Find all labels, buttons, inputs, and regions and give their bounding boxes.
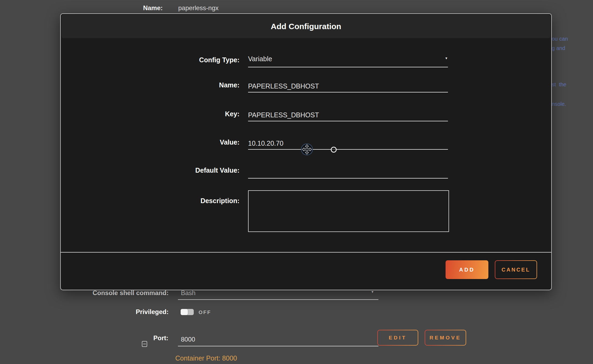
port-collapse-minus-icon[interactable] — [142, 341, 147, 347]
description-textarea[interactable] — [248, 190, 449, 232]
description-label: Description: — [127, 197, 240, 205]
port-input[interactable]: 8000 — [178, 335, 378, 346]
edit-button-label: EDIT — [378, 330, 418, 345]
remove-button-label: REMOVE — [425, 330, 466, 345]
port-value: 8000 — [181, 336, 195, 343]
config-type-value: Variable — [248, 55, 272, 63]
help-text-fragment[interactable]: st the — [552, 82, 566, 88]
bg-name-value: paperless-ngx — [178, 4, 219, 12]
config-type-label: Config Type: — [127, 56, 240, 64]
chevron-down-icon: ▼ — [445, 57, 448, 60]
key-input[interactable] — [248, 109, 448, 121]
click-point-icon — [331, 147, 337, 153]
cancel-button[interactable]: CANCEL — [495, 260, 537, 279]
footer-divider — [61, 252, 551, 253]
help-text-fragment[interactable]: g and — [552, 45, 565, 51]
move-cursor-icon — [301, 143, 313, 156]
key-label: Key: — [127, 110, 240, 118]
remove-button[interactable]: REMOVE — [425, 330, 466, 346]
dialog-header: Add Configuration — [62, 15, 550, 38]
help-text-fragment[interactable]: ou can — [552, 36, 568, 42]
help-text-fragment[interactable]: nsole. — [552, 101, 566, 107]
value-input[interactable] — [248, 137, 448, 150]
add-button[interactable]: ADD — [446, 260, 488, 279]
value-label: Value: — [127, 138, 240, 146]
name-label: Name: — [127, 81, 240, 89]
chevron-down-icon: ▼ — [371, 290, 374, 293]
bg-name-label: Name: — [109, 4, 163, 12]
port-label: Port: — [134, 334, 168, 342]
cancel-button-label: CANCEL — [495, 261, 537, 278]
privileged-toggle[interactable] — [181, 309, 194, 315]
default-value-label: Default Value: — [127, 166, 240, 174]
edit-button[interactable]: EDIT — [377, 330, 418, 346]
default-value-input[interactable] — [248, 166, 448, 179]
console-shell-value: Bash — [181, 289, 196, 297]
dialog-title: Add Configuration — [271, 22, 341, 31]
name-input[interactable] — [248, 80, 448, 92]
privileged-label: Privileged: — [54, 308, 169, 316]
screen: Name: paperless-ngx ou can g and st the … — [0, 0, 593, 364]
container-port-note: Container Port: 8000 — [175, 354, 237, 362]
console-shell-label: Console shell command: — [54, 289, 169, 297]
toggle-knob-icon — [181, 309, 188, 315]
config-type-select[interactable]: Variable ▼ — [248, 55, 448, 67]
privileged-state: OFF — [199, 309, 211, 315]
add-button-label: ADD — [459, 267, 475, 273]
